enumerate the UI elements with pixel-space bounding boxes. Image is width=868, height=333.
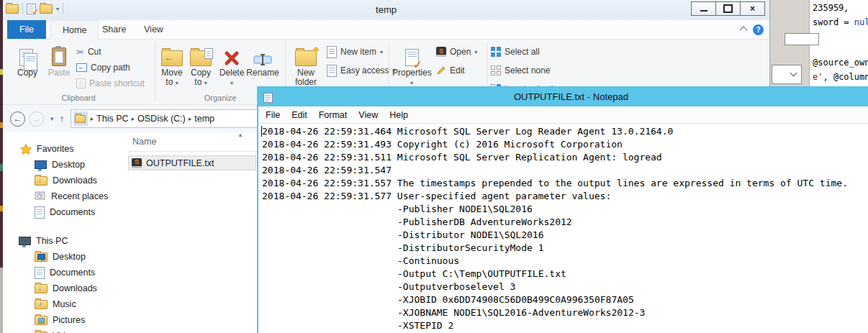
breadcrumb[interactable]: ▸ This PC ▸ OSDisk (C:) ▸ temp [71, 109, 263, 128]
log-line: -XJOBID 0x6DD74908C56D0B499C0A996350F87A… [262, 293, 868, 306]
notepad-window: OUTPUTFILE.txt - Notepad File Edit Forma… [257, 86, 868, 333]
copy-to-icon [190, 50, 212, 66]
pictures-folder-icon [35, 316, 48, 325]
star-icon [20, 144, 32, 155]
new-item-icon [327, 46, 337, 58]
tab-share[interactable]: Share [91, 20, 137, 39]
menu-view[interactable]: View [353, 110, 384, 120]
caret-down-icon: ▾ [204, 80, 207, 86]
sidebar-item-pc-videos[interactable]: Videos [3, 328, 122, 333]
scissors-icon: ✂ [76, 47, 84, 58]
forward-button[interactable]: → [29, 111, 44, 127]
copy-to-label: Copy to [191, 68, 211, 87]
ribbon-tab-row: File Home Share View ? [3, 20, 769, 40]
copy-path-button[interactable]: w.. Copy path [76, 61, 130, 74]
sidebar-item-pc-music[interactable]: ♪ Music [3, 296, 122, 312]
paste-shortcut-label: Paste shortcut [89, 78, 145, 88]
copy-to-button[interactable]: Copy to ▾ [187, 43, 214, 88]
properties-button[interactable]: ✓ Properties ▾ [392, 43, 431, 88]
clipboard-group-label: Clipboard [3, 93, 154, 102]
move-to-label: Move to [161, 68, 182, 87]
this-pc-icon [19, 237, 31, 245]
sidebar-group-favorites[interactable]: Favorites [3, 141, 122, 157]
breadcrumb-osdisk[interactable]: OSDisk (C:) [137, 114, 186, 124]
sql-fragment: e', @column [813, 72, 868, 82]
new-folder-label: New folder [295, 68, 317, 87]
breadcrumb-this-pc[interactable]: This PC [96, 114, 128, 124]
caret-down-icon: ▾ [410, 80, 413, 86]
group-divider [155, 41, 155, 101]
sidebar-item-documents[interactable]: Documents [3, 204, 122, 220]
tab-file[interactable]: File [7, 20, 46, 39]
close-button[interactable]: × [740, 1, 765, 16]
maximize-button[interactable] [715, 1, 741, 16]
sql-fragment: 235959, [813, 3, 849, 13]
notepad-text-area[interactable]: 2018-04-26 22:59:31.464 Microsoft SQL Se… [258, 124, 868, 333]
file-row-outputfile[interactable]: S OUTPUTFILE.txt [128, 155, 256, 170]
sidebar-item-label: Pictures [53, 315, 85, 325]
column-header-name[interactable]: Name [132, 132, 156, 151]
sidebar-item-pc-desktop[interactable]: Desktop [3, 249, 122, 265]
caret-down-icon: ▾ [380, 49, 383, 55]
background-text-field [785, 33, 819, 45]
documents-icon [35, 267, 45, 279]
delete-label: Delete [220, 68, 245, 78]
edit-label: Edit [450, 65, 465, 76]
copy-button[interactable]: Copy [13, 43, 42, 78]
sidebar-item-pc-downloads[interactable]: ↓ Downloads [3, 280, 122, 296]
select-all-button[interactable]: Select all [491, 45, 540, 58]
chevron-right-icon: ▸ [91, 115, 94, 122]
delete-button[interactable]: Delete ▾ [217, 43, 246, 88]
log-line: -Publisher NODE1\SQL2016 [262, 203, 868, 216]
cut-button[interactable]: ✂ Cut [76, 45, 101, 58]
paste-button[interactable]: Paste [45, 43, 73, 78]
log-line: -XSTEPID 2 [262, 319, 868, 332]
notepad-title: OUTPUTFILE.txt - Notepad [514, 88, 628, 106]
recent-places-icon [35, 191, 46, 201]
log-line: -Continuous [262, 255, 868, 268]
menu-format[interactable]: Format [313, 110, 353, 120]
move-to-button[interactable]: ← Move to ▾ [158, 43, 186, 88]
easy-access-button[interactable]: Easy access ▾ [327, 64, 395, 77]
menu-edit[interactable]: Edit [286, 110, 313, 120]
properties-icon: ✓ [405, 49, 419, 66]
sidebar-item-pc-pictures[interactable]: Pictures [3, 312, 122, 328]
explorer-titlebar[interactable]: ✓ ▾ temp × [3, 0, 769, 20]
recent-locations-caret-icon[interactable]: ▾ [50, 115, 54, 122]
minimize-icon [700, 10, 707, 12]
paste-shortcut-icon [76, 78, 86, 88]
paste-shortcut-button[interactable]: Paste shortcut [76, 77, 145, 90]
sidebar-item-pc-documents[interactable]: Documents [3, 265, 122, 280]
paste-label: Paste [48, 68, 71, 78]
sidebar-item-desktop[interactable]: Desktop [3, 157, 122, 173]
new-folder-button[interactable]: New folder [289, 43, 322, 87]
select-none-button[interactable]: Select none [491, 64, 550, 77]
new-item-button[interactable]: New item ▾ [327, 45, 383, 58]
breadcrumb-temp[interactable]: temp [194, 114, 214, 124]
check-icon: ✓ [413, 60, 422, 69]
back-button[interactable]: ← [10, 111, 25, 127]
minimize-button[interactable] [691, 1, 716, 16]
log-line: 2018-04-26 22:59:31.493 Copyright (c) 20… [262, 138, 868, 151]
sidebar-item-downloads[interactable]: ↓ Downloads [3, 173, 122, 188]
sidebar-group-this-pc[interactable]: This PC [3, 233, 122, 249]
favorites-label: Favorites [37, 144, 73, 154]
notepad-titlebar[interactable]: OUTPUTFILE.txt - Notepad [258, 88, 868, 106]
rename-button[interactable]: Rename [246, 43, 279, 78]
collapse-ribbon-icon[interactable] [739, 26, 747, 34]
file-name-label: OUTPUTFILE.txt [146, 158, 214, 168]
up-button[interactable]: ↑ [60, 113, 65, 124]
log-line: 2018-04-26 22:59:31.577 User-specified a… [262, 190, 868, 203]
menu-help[interactable]: Help [384, 110, 414, 120]
column-header-underline [128, 151, 258, 152]
tab-view[interactable]: View [132, 20, 175, 39]
sidebar-item-recent-places[interactable]: Recent places [3, 188, 122, 204]
sql-fragment: sword = null [813, 17, 868, 27]
open-button[interactable]: S Open ▾ [436, 45, 477, 58]
sort-ascending-icon[interactable]: ▲ [238, 132, 243, 138]
help-icon[interactable]: ? [753, 24, 764, 35]
menu-file[interactable]: File [260, 110, 286, 120]
select-none-label: Select none [505, 65, 550, 76]
chevron-right-icon: ▸ [189, 115, 192, 122]
edit-button[interactable]: Edit [436, 64, 465, 77]
